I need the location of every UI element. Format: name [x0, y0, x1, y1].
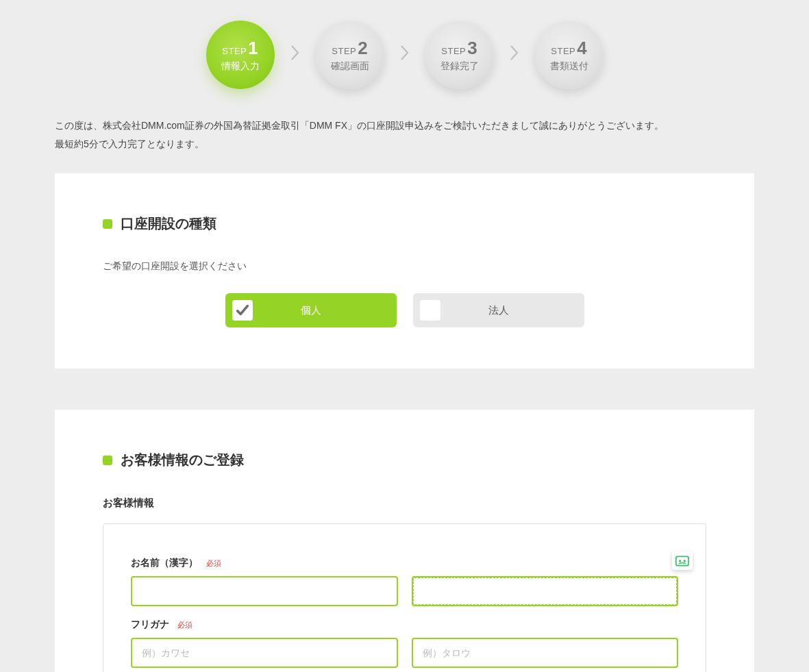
- furigana-label: フリガナ 必須: [131, 619, 678, 631]
- step-label: 情報入力: [221, 60, 260, 73]
- toggle-label: 個人: [301, 304, 321, 317]
- furigana-last-input[interactable]: [131, 638, 398, 668]
- password-manager-icon[interactable]: [672, 551, 693, 570]
- section-title-text: 口座開設の種類: [121, 214, 216, 233]
- field-label-text: フリガナ: [131, 619, 169, 631]
- chevron-right-icon: [508, 43, 521, 67]
- svg-rect-0: [676, 556, 688, 565]
- account-type-toggle: 個人 法人: [103, 293, 706, 327]
- step-indicator: STEP 1 情報入力 STEP 2 確認画面 STEP 3 登録完了 STEP: [0, 0, 809, 116]
- name-kanji-first-input[interactable]: [412, 576, 679, 606]
- section-prompt: ご希望の口座開設を選択ください: [103, 260, 706, 273]
- step-2: STEP 2 確認画面: [316, 21, 384, 89]
- step-number: 3: [467, 38, 477, 59]
- section-title: お客様情報のご登録: [103, 451, 706, 469]
- section-account-type: 口座開設の種類 ご希望の口座開設を選択ください 個人 法人: [55, 173, 754, 369]
- step-number: 2: [358, 38, 367, 59]
- step-prefix: STEP: [441, 46, 466, 56]
- furigana-first-input[interactable]: [412, 638, 679, 668]
- svg-point-2: [684, 560, 686, 562]
- step-1: STEP 1 情報入力: [206, 21, 275, 89]
- toggle-label: 法人: [488, 304, 509, 317]
- required-badge: 必須: [177, 620, 192, 630]
- title-marker-icon: [103, 219, 112, 229]
- customer-info-card: お名前（漢字） 必須 フリガナ 必須: [103, 523, 706, 672]
- section-title: 口座開設の種類: [103, 214, 706, 233]
- account-type-corporate-button[interactable]: 法人: [413, 293, 584, 327]
- step-label: 確認画面: [331, 60, 369, 73]
- step-prefix: STEP: [222, 46, 247, 56]
- checkmark-icon: [420, 300, 440, 321]
- step-label: 書類送付: [550, 60, 588, 73]
- name-kanji-label: お名前（漢字） 必須: [131, 557, 678, 569]
- name-kanji-last-input[interactable]: [131, 576, 398, 606]
- step-prefix: STEP: [332, 46, 356, 56]
- sub-heading: お客様情報: [103, 497, 706, 510]
- step-prefix: STEP: [551, 46, 575, 56]
- intro-line-1: この度は、株式会社DMM.com証券の外国為替証拠金取引「DMM FX」の口座開…: [55, 116, 768, 135]
- step-label: 登録完了: [440, 60, 479, 73]
- step-number: 4: [577, 38, 586, 59]
- section-customer-info: お客様情報のご登録 お客様情報 お名前（漢字） 必須 フリガナ 必須: [55, 410, 754, 672]
- checkmark-icon: [232, 300, 253, 321]
- section-title-text: お客様情報のご登録: [121, 451, 244, 469]
- account-type-individual-button[interactable]: 個人: [225, 293, 397, 327]
- intro-text: この度は、株式会社DMM.com証券の外国為替証拠金取引「DMM FX」の口座開…: [0, 116, 809, 173]
- required-badge: 必須: [206, 558, 221, 569]
- chevron-right-icon: [398, 43, 412, 67]
- step-3: STEP 3 登録完了: [425, 21, 494, 89]
- step-4: STEP 4 書類送付: [535, 21, 603, 89]
- step-number: 1: [248, 38, 258, 59]
- title-marker-icon: [103, 456, 112, 465]
- chevron-right-icon: [288, 43, 302, 67]
- field-label-text: お名前（漢字）: [131, 557, 198, 569]
- intro-line-2: 最短約5分で入力完了となります。: [55, 135, 768, 153]
- svg-point-1: [679, 560, 681, 562]
